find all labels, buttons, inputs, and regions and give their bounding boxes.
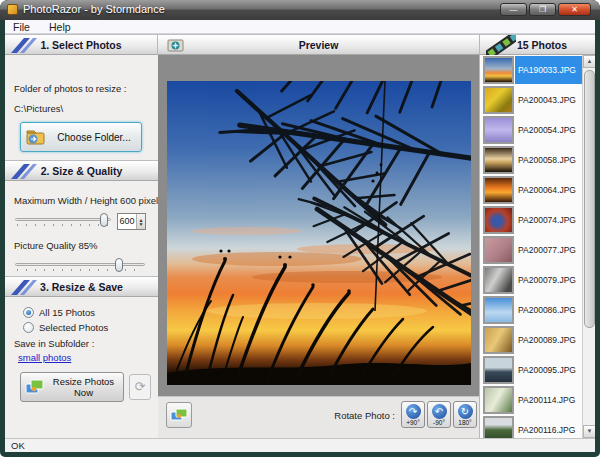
photo-thumbnail[interactable] [483,236,514,264]
rotate-minus90-button[interactable]: ↶ -90° [427,401,451,428]
header-preview: Preview [158,34,480,55]
photo-filename: PA200054.JPG [515,125,576,135]
resize-photos-button[interactable]: Resize Photos Now [20,372,124,402]
photo-thumbnail[interactable] [483,176,514,204]
header-select-photos: 1. Select Photos [5,34,158,55]
radio-all-photos[interactable]: All 15 Photos [23,307,95,318]
slider-thumb[interactable] [100,213,108,227]
slider-thumb[interactable] [115,258,123,272]
scrollbar[interactable]: ▲ ▼ [582,55,595,438]
photo-list-item[interactable]: PA200043.JPG [480,85,582,115]
photo-filename: PA200095.JPG [515,365,576,375]
photo-list-item[interactable]: PA200116.JPG [480,415,582,438]
preview-area [158,55,480,396]
menu-help[interactable]: Help [41,20,79,34]
app-window: PhotoRazor - by Stormdance — ❐ ✕ File He… [0,0,600,457]
photo-thumbnail[interactable] [483,146,514,174]
app-icon [7,4,18,15]
photo-filename-box[interactable]: PA200095.JPG [515,356,582,384]
photo-list-item[interactable]: PA200086.JPG [480,295,582,325]
radio-button-icon[interactable] [23,307,34,318]
photo-thumbnail[interactable] [483,296,514,324]
scroll-up-icon[interactable]: ▲ [583,55,595,68]
photo-filename: PA200058.JPG [515,155,576,165]
title-bar[interactable]: PhotoRazor - by Stormdance — ❐ ✕ [0,0,600,20]
photo-filename-box[interactable]: PA200114.JPG [515,386,582,414]
scroll-down-icon[interactable]: ▼ [583,425,595,438]
radio-button-icon[interactable] [23,322,34,333]
maximize-button[interactable]: ❐ [529,3,556,16]
photo-thumbnail[interactable] [483,356,514,384]
photo-list-item[interactable]: PA190033.JPG [480,55,582,85]
folder-icon [25,127,47,147]
photo-filename-box[interactable]: PA200079.JPG [515,266,582,294]
slider-track[interactable] [15,218,111,221]
photo-thumbnail-image [485,178,512,202]
photo-filename-box[interactable]: PA200054.JPG [515,116,582,144]
preview-photo[interactable] [167,81,471,385]
photo-filename: PA200114.JPG [515,395,575,405]
photo-filename-box[interactable]: PA200089.JPG [515,326,582,354]
photo-thumbnail[interactable] [483,266,514,294]
photo-thumbnail[interactable] [483,56,514,84]
photo-list-item[interactable]: PA200058.JPG [480,145,582,175]
photo-list-item[interactable]: PA200054.JPG [480,115,582,145]
photo-list-panel: PA190033.JPGPA200043.JPGPA200054.JPGPA20… [480,55,595,438]
rotate-180-label: 180° [454,419,476,426]
quality-slider[interactable] [15,258,145,272]
photo-thumbnail[interactable] [483,416,514,438]
rotate-minus90-label: -90° [428,419,450,426]
photo-list-item[interactable]: PA200089.JPG [480,325,582,355]
photo-list-item[interactable]: PA200114.JPG [480,385,582,415]
slider-track[interactable] [15,263,145,266]
rotate-plus90-button[interactable]: ↷ +90° [401,401,425,428]
photo-filename-box[interactable]: PA200064.JPG [515,176,582,204]
photo-filename-box[interactable]: PA200077.JPG [515,236,582,264]
rotate-ccw-icon: ↶ [432,404,447,419]
photo-list-item[interactable]: PA200074.JPG [480,205,582,235]
max-size-label: Maximum Width / Height 600 pixels [14,195,163,206]
rotate-180-button[interactable]: ↻ 180° [453,401,477,428]
photo-filename-box[interactable]: PA200116.JPG [515,416,582,438]
subfolder-link[interactable]: small photos [18,352,71,363]
photo-thumbnail-image [485,388,512,412]
photo-thumbnail[interactable] [483,386,514,414]
subfolder-label: Save in Subfolder : [14,338,94,349]
photo-thumbnail[interactable] [483,206,514,234]
photo-filename-box[interactable]: PA200086.JPG [515,296,582,324]
photo-filename-box[interactable]: PA190033.JPG [515,56,582,84]
photo-filename-box[interactable]: PA200074.JPG [515,206,582,234]
scrollbar-thumb[interactable] [584,70,595,328]
menu-file[interactable]: File [5,20,38,34]
max-size-value[interactable]: 600 [118,214,136,229]
photo-list-item[interactable]: PA200064.JPG [480,175,582,205]
minimize-button[interactable]: — [500,3,527,16]
photo-thumbnail-image [485,268,512,292]
choose-folder-button[interactable]: Choose Folder... [20,122,142,152]
photo-list: PA190033.JPGPA200043.JPGPA200054.JPGPA20… [480,55,582,438]
rotate-photo-label: Rotate Photo : [334,410,395,421]
photo-thumbnail[interactable] [483,116,514,144]
refresh-button[interactable]: ⟳ [129,374,151,400]
photo-list-item[interactable]: PA200079.JPG [480,265,582,295]
photo-filename-box[interactable]: PA200043.JPG [515,86,582,114]
section-title: Preview [158,39,479,51]
folder-label: Folder of photos to resize : [14,83,126,94]
photo-filename-box[interactable]: PA200058.JPG [515,146,582,174]
photo-thumbnail-image [485,358,512,382]
photo-thumbnail[interactable] [483,86,514,114]
spinner-arrows-icon[interactable]: ▲▼ [136,214,145,229]
photo-list-item[interactable]: PA200095.JPG [480,355,582,385]
close-button[interactable]: ✕ [558,3,591,16]
photo-filename: PA200086.JPG [515,305,576,315]
photo-filename: PA200064.JPG [515,185,576,195]
photo-list-item[interactable]: PA200077.JPG [480,235,582,265]
photos-stack-icon [170,407,188,423]
radio-selected-photos[interactable]: Selected Photos [23,322,108,333]
slideshow-button[interactable] [166,402,192,428]
max-size-spinbox[interactable]: 600 ▲▼ [117,213,146,230]
photo-thumbnail-image [485,208,512,232]
max-size-slider[interactable] [15,213,111,227]
photos-stack-icon [24,378,44,396]
photo-thumbnail[interactable] [483,326,514,354]
